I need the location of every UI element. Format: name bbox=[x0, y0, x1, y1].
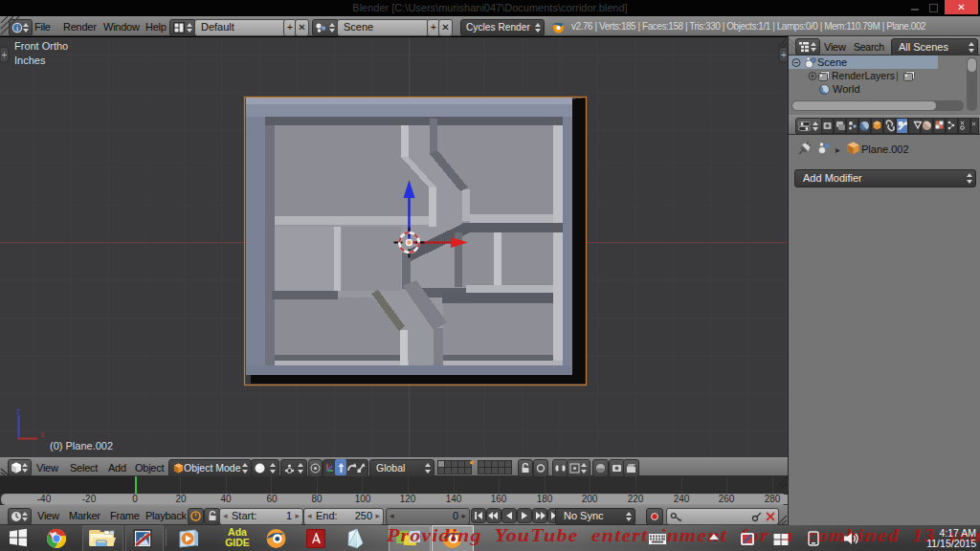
svg-text:+: + bbox=[781, 50, 787, 60]
svg-text:80: 80 bbox=[311, 494, 323, 504]
svg-text:z: z bbox=[16, 407, 21, 416]
svg-text:(0) Plane.002: (0) Plane.002 bbox=[50, 440, 113, 452]
svg-text:200: 200 bbox=[582, 494, 598, 504]
svg-text:220: 220 bbox=[628, 494, 644, 504]
svg-text:0: 0 bbox=[132, 494, 138, 504]
svg-text:180: 180 bbox=[537, 494, 553, 504]
svg-text:240: 240 bbox=[674, 494, 690, 504]
svg-text:60: 60 bbox=[266, 494, 278, 504]
svg-text:x: x bbox=[40, 430, 45, 439]
svg-text:140: 140 bbox=[446, 494, 462, 504]
svg-text:100: 100 bbox=[355, 494, 371, 504]
svg-text:160: 160 bbox=[491, 494, 507, 504]
svg-text:20: 20 bbox=[175, 494, 187, 504]
svg-text:+: + bbox=[2, 50, 8, 60]
svg-text:-40: -40 bbox=[37, 494, 52, 504]
svg-text:Front Ortho: Front Ortho bbox=[14, 40, 68, 52]
svg-text:-20: -20 bbox=[82, 494, 97, 504]
svg-text:120: 120 bbox=[400, 494, 416, 504]
svg-text:Inches: Inches bbox=[14, 55, 46, 66]
svg-text:280: 280 bbox=[765, 494, 781, 504]
svg-text:40: 40 bbox=[220, 494, 232, 504]
svg-text:260: 260 bbox=[719, 494, 735, 504]
